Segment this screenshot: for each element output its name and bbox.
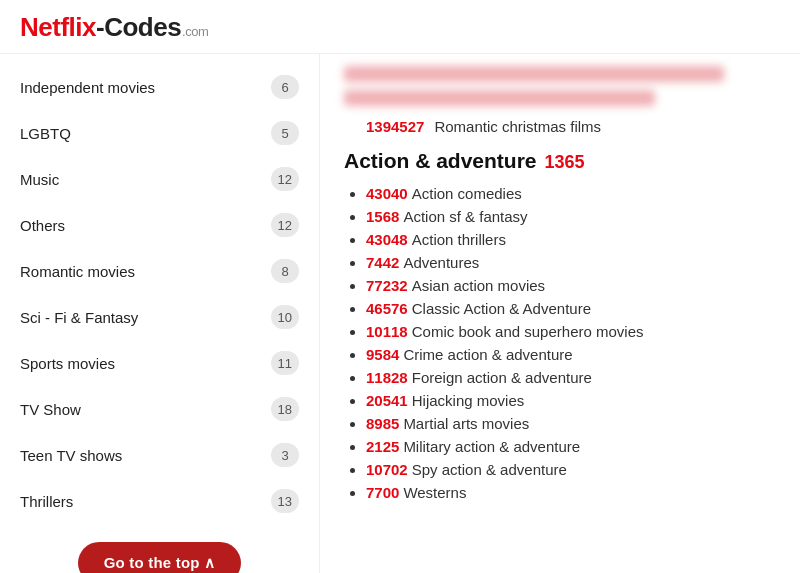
item-label-4: Asian action movies xyxy=(412,277,545,294)
list-item: 10702Spy action & adventure xyxy=(366,461,776,478)
item-code-5[interactable]: 46576 xyxy=(366,300,408,317)
section-code-link[interactable]: 1365 xyxy=(545,152,585,173)
list-item: 20541Hijacking movies xyxy=(366,392,776,409)
sidebar-item-5[interactable]: Sci - Fi & Fantasy10 xyxy=(0,294,319,340)
logo[interactable]: Netflix-Codes.com xyxy=(20,12,208,43)
logo-netflix: Netflix xyxy=(20,12,96,42)
sidebar-item-label: Others xyxy=(20,217,65,234)
item-label-0: Action comedies xyxy=(412,185,522,202)
logo-codes: -Codes xyxy=(96,12,181,42)
sidebar-item-label: Teen TV shows xyxy=(20,447,122,464)
sidebar: Independent movies6LGBTQ5Music12Others12… xyxy=(0,54,320,573)
first-bullet-code[interactable]: 1394527 xyxy=(366,118,424,135)
sidebar-item-3[interactable]: Others12 xyxy=(0,202,319,248)
first-bullet-item: 1394527 Romantic christmas films xyxy=(366,118,776,135)
item-label-8: Foreign action & adventure xyxy=(412,369,592,386)
item-code-1[interactable]: 1568 xyxy=(366,208,399,225)
sidebar-item-badge: 6 xyxy=(271,75,299,99)
items-list: 43040Action comedies1568Action sf & fant… xyxy=(344,185,776,501)
list-item: 2125Military action & adventure xyxy=(366,438,776,455)
sidebar-item-label: Independent movies xyxy=(20,79,155,96)
sidebar-item-label: Sports movies xyxy=(20,355,115,372)
sidebar-item-label: Romantic movies xyxy=(20,263,135,280)
section-title: Action & adventure xyxy=(344,149,537,173)
list-item: 1568Action sf & fantasy xyxy=(366,208,776,225)
sidebar-item-1[interactable]: LGBTQ5 xyxy=(0,110,319,156)
item-label-13: Westerns xyxy=(403,484,466,501)
section-heading: Action & adventure 1365 xyxy=(344,149,776,173)
item-code-3[interactable]: 7442 xyxy=(366,254,399,271)
item-code-10[interactable]: 8985 xyxy=(366,415,399,432)
sidebar-item-badge: 8 xyxy=(271,259,299,283)
item-code-9[interactable]: 20541 xyxy=(366,392,408,409)
item-code-13[interactable]: 7700 xyxy=(366,484,399,501)
list-item: 77232Asian action movies xyxy=(366,277,776,294)
sidebar-item-4[interactable]: Romantic movies8 xyxy=(0,248,319,294)
main-layout: Independent movies6LGBTQ5Music12Others12… xyxy=(0,54,800,573)
list-item: 7700Westerns xyxy=(366,484,776,501)
item-label-7: Crime action & adventure xyxy=(403,346,572,363)
sidebar-item-7[interactable]: TV Show18 xyxy=(0,386,319,432)
item-label-3: Adventures xyxy=(403,254,479,271)
item-label-5: Classic Action & Adventure xyxy=(412,300,591,317)
item-label-12: Spy action & adventure xyxy=(412,461,567,478)
list-item: 46576Classic Action & Adventure xyxy=(366,300,776,317)
sidebar-item-9[interactable]: Thrillers13 xyxy=(0,478,319,524)
sidebar-item-label: Thrillers xyxy=(20,493,73,510)
item-label-6: Comic book and superhero movies xyxy=(412,323,644,340)
list-item: 9584Crime action & adventure xyxy=(366,346,776,363)
list-item: 8985Martial arts movies xyxy=(366,415,776,432)
item-code-2[interactable]: 43048 xyxy=(366,231,408,248)
first-bullet-label: Romantic christmas films xyxy=(434,118,601,135)
goto-top-button[interactable]: Go to the top ∧ xyxy=(78,542,241,573)
sidebar-item-badge: 13 xyxy=(271,489,299,513)
sidebar-item-8[interactable]: Teen TV shows3 xyxy=(0,432,319,478)
item-label-2: Action thrillers xyxy=(412,231,506,248)
list-item: 7442Adventures xyxy=(366,254,776,271)
list-item: 43048Action thrillers xyxy=(366,231,776,248)
sidebar-item-badge: 10 xyxy=(271,305,299,329)
sidebar-item-label: Sci - Fi & Fantasy xyxy=(20,309,138,326)
item-label-11: Military action & adventure xyxy=(403,438,580,455)
item-code-4[interactable]: 77232 xyxy=(366,277,408,294)
sidebar-item-label: TV Show xyxy=(20,401,81,418)
sidebar-item-2[interactable]: Music12 xyxy=(0,156,319,202)
sidebar-item-badge: 11 xyxy=(271,351,299,375)
sidebar-item-badge: 12 xyxy=(271,213,299,237)
list-item: 10118Comic book and superhero movies xyxy=(366,323,776,340)
sidebar-item-label: Music xyxy=(20,171,59,188)
sidebar-item-badge: 12 xyxy=(271,167,299,191)
list-item: 43040Action comedies xyxy=(366,185,776,202)
content-area: 1394527 Romantic christmas films Action … xyxy=(320,54,800,573)
logo-com: .com xyxy=(182,24,208,39)
sidebar-item-badge: 5 xyxy=(271,121,299,145)
item-code-6[interactable]: 10118 xyxy=(366,323,408,340)
sidebar-item-6[interactable]: Sports movies11 xyxy=(0,340,319,386)
item-code-11[interactable]: 2125 xyxy=(366,438,399,455)
item-label-10: Martial arts movies xyxy=(403,415,529,432)
sidebar-item-label: LGBTQ xyxy=(20,125,71,142)
sidebar-item-0[interactable]: Independent movies6 xyxy=(0,64,319,110)
item-label-9: Hijacking movies xyxy=(412,392,525,409)
item-code-8[interactable]: 11828 xyxy=(366,369,408,386)
sidebar-item-badge: 3 xyxy=(271,443,299,467)
item-code-0[interactable]: 43040 xyxy=(366,185,408,202)
list-item: 11828Foreign action & adventure xyxy=(366,369,776,386)
blurred-line-2 xyxy=(344,90,655,106)
header: Netflix-Codes.com xyxy=(0,0,800,54)
blurred-line-1 xyxy=(344,66,724,82)
item-code-12[interactable]: 10702 xyxy=(366,461,408,478)
blurred-top xyxy=(344,66,776,106)
item-code-7[interactable]: 9584 xyxy=(366,346,399,363)
sidebar-item-badge: 18 xyxy=(271,397,299,421)
item-label-1: Action sf & fantasy xyxy=(403,208,527,225)
